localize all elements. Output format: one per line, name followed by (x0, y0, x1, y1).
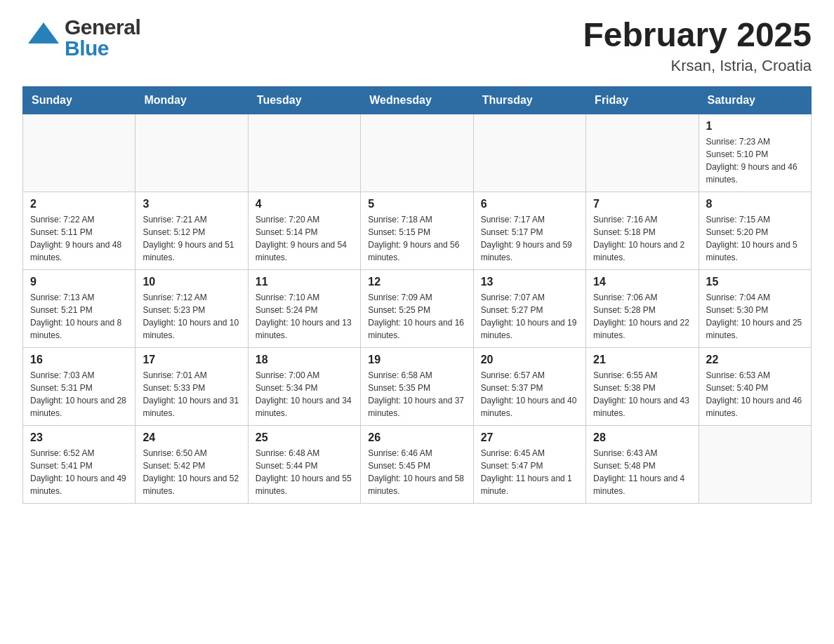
table-row: 13Sunrise: 7:07 AMSunset: 5:27 PMDayligh… (473, 269, 585, 347)
table-row: 28Sunrise: 6:43 AMSunset: 5:48 PMDayligh… (586, 425, 699, 503)
table-row: 27Sunrise: 6:45 AMSunset: 5:47 PMDayligh… (473, 425, 585, 503)
day-info: Sunrise: 7:22 AMSunset: 5:11 PMDaylight:… (30, 213, 128, 264)
calendar-week-row: 1Sunrise: 7:23 AMSunset: 5:10 PMDaylight… (23, 114, 812, 192)
day-number: 12 (368, 276, 465, 288)
day-number: 20 (481, 354, 578, 366)
table-row: 6Sunrise: 7:17 AMSunset: 5:17 PMDaylight… (473, 192, 585, 269)
table-row: 16Sunrise: 7:03 AMSunset: 5:31 PMDayligh… (23, 347, 135, 425)
day-info: Sunrise: 6:55 AMSunset: 5:38 PMDaylight:… (593, 369, 691, 420)
table-row: 14Sunrise: 7:06 AMSunset: 5:28 PMDayligh… (586, 269, 699, 347)
table-row: 7Sunrise: 7:16 AMSunset: 5:18 PMDaylight… (586, 192, 699, 269)
svg-marker-0 (28, 22, 59, 43)
day-info: Sunrise: 7:23 AMSunset: 5:10 PMDaylight:… (706, 135, 804, 186)
table-row: 15Sunrise: 7:04 AMSunset: 5:30 PMDayligh… (699, 269, 811, 347)
table-row (473, 114, 585, 192)
day-info: Sunrise: 6:43 AMSunset: 5:48 PMDaylight:… (593, 447, 691, 497)
day-number: 16 (30, 354, 128, 366)
calendar-title: February 2025 (583, 17, 812, 54)
day-number: 3 (143, 198, 240, 210)
calendar-header-row: Sunday Monday Tuesday Wednesday Thursday… (23, 86, 812, 114)
day-info: Sunrise: 6:46 AMSunset: 5:45 PMDaylight:… (368, 447, 465, 497)
day-info: Sunrise: 7:16 AMSunset: 5:18 PMDaylight:… (593, 213, 691, 264)
table-row: 10Sunrise: 7:12 AMSunset: 5:23 PMDayligh… (135, 269, 248, 347)
day-number: 11 (256, 276, 353, 288)
calendar-week-row: 2Sunrise: 7:22 AMSunset: 5:11 PMDaylight… (23, 192, 812, 269)
logo-icon (22, 17, 65, 59)
day-number: 7 (593, 198, 691, 210)
day-info: Sunrise: 7:01 AMSunset: 5:33 PMDaylight:… (143, 369, 240, 420)
table-row (135, 114, 248, 192)
table-row: 8Sunrise: 7:15 AMSunset: 5:20 PMDaylight… (699, 192, 811, 269)
calendar-week-row: 23Sunrise: 6:52 AMSunset: 5:41 PMDayligh… (23, 425, 812, 503)
col-monday: Monday (135, 86, 248, 114)
day-number: 19 (368, 354, 465, 366)
table-row: 2Sunrise: 7:22 AMSunset: 5:11 PMDaylight… (23, 192, 135, 269)
day-number: 15 (706, 276, 804, 288)
calendar-subtitle: Krsan, Istria, Croatia (583, 57, 812, 75)
day-number: 10 (143, 276, 240, 288)
day-info: Sunrise: 6:52 AMSunset: 5:41 PMDaylight:… (30, 447, 128, 497)
table-row: 20Sunrise: 6:57 AMSunset: 5:37 PMDayligh… (473, 347, 585, 425)
day-number: 8 (706, 198, 804, 210)
day-number: 1 (706, 120, 804, 133)
day-number: 13 (481, 276, 578, 288)
table-row (699, 425, 811, 503)
day-info: Sunrise: 7:09 AMSunset: 5:25 PMDaylight:… (368, 291, 465, 342)
table-row: 12Sunrise: 7:09 AMSunset: 5:25 PMDayligh… (361, 269, 473, 347)
day-info: Sunrise: 7:06 AMSunset: 5:28 PMDaylight:… (593, 291, 691, 342)
table-row: 25Sunrise: 6:48 AMSunset: 5:44 PMDayligh… (248, 425, 360, 503)
day-info: Sunrise: 7:18 AMSunset: 5:15 PMDaylight:… (368, 213, 465, 264)
table-row: 3Sunrise: 7:21 AMSunset: 5:12 PMDaylight… (135, 192, 248, 269)
col-thursday: Thursday (473, 86, 585, 114)
day-number: 22 (706, 354, 804, 366)
table-row: 5Sunrise: 7:18 AMSunset: 5:15 PMDaylight… (361, 192, 473, 269)
day-number: 4 (256, 198, 353, 210)
day-info: Sunrise: 7:12 AMSunset: 5:23 PMDaylight:… (143, 291, 240, 342)
table-row: 19Sunrise: 6:58 AMSunset: 5:35 PMDayligh… (361, 347, 473, 425)
calendar-week-row: 16Sunrise: 7:03 AMSunset: 5:31 PMDayligh… (23, 347, 812, 425)
day-info: Sunrise: 7:04 AMSunset: 5:30 PMDaylight:… (706, 291, 804, 342)
day-number: 2 (30, 198, 128, 210)
day-number: 25 (256, 431, 353, 444)
title-block: February 2025 Krsan, Istria, Croatia (583, 17, 812, 75)
day-number: 27 (481, 431, 578, 444)
day-info: Sunrise: 6:53 AMSunset: 5:40 PMDaylight:… (706, 369, 804, 420)
day-number: 28 (593, 431, 691, 444)
day-number: 18 (256, 354, 353, 366)
table-row (361, 114, 473, 192)
table-row: 21Sunrise: 6:55 AMSunset: 5:38 PMDayligh… (586, 347, 699, 425)
day-info: Sunrise: 7:03 AMSunset: 5:31 PMDaylight:… (30, 369, 128, 420)
day-info: Sunrise: 7:15 AMSunset: 5:20 PMDaylight:… (706, 213, 804, 264)
table-row: 22Sunrise: 6:53 AMSunset: 5:40 PMDayligh… (699, 347, 811, 425)
day-number: 23 (30, 431, 128, 444)
day-info: Sunrise: 6:45 AMSunset: 5:47 PMDaylight:… (481, 447, 578, 497)
day-number: 9 (30, 276, 128, 288)
logo-blue: Blue (65, 38, 140, 59)
col-saturday: Saturday (699, 86, 811, 114)
day-info: Sunrise: 6:57 AMSunset: 5:37 PMDaylight:… (481, 369, 578, 420)
day-info: Sunrise: 6:58 AMSunset: 5:35 PMDaylight:… (368, 369, 465, 420)
day-number: 21 (593, 354, 691, 366)
table-row: 1Sunrise: 7:23 AMSunset: 5:10 PMDaylight… (699, 114, 811, 192)
calendar-table: Sunday Monday Tuesday Wednesday Thursday… (22, 86, 812, 504)
day-number: 26 (368, 431, 465, 444)
calendar-week-row: 9Sunrise: 7:13 AMSunset: 5:21 PMDaylight… (23, 269, 812, 347)
page-header: General Blue February 2025 Krsan, Istria… (22, 17, 812, 75)
day-info: Sunrise: 7:10 AMSunset: 5:24 PMDaylight:… (256, 291, 353, 342)
day-number: 17 (143, 354, 240, 366)
day-number: 5 (368, 198, 465, 210)
day-info: Sunrise: 6:48 AMSunset: 5:44 PMDaylight:… (256, 447, 353, 497)
table-row (23, 114, 135, 192)
day-info: Sunrise: 7:17 AMSunset: 5:17 PMDaylight:… (481, 213, 578, 264)
table-row: 17Sunrise: 7:01 AMSunset: 5:33 PMDayligh… (135, 347, 248, 425)
col-wednesday: Wednesday (361, 86, 473, 114)
table-row: 9Sunrise: 7:13 AMSunset: 5:21 PMDaylight… (23, 269, 135, 347)
day-number: 6 (481, 198, 578, 210)
col-friday: Friday (586, 86, 699, 114)
logo-general: General (65, 17, 140, 38)
table-row (248, 114, 360, 192)
table-row (586, 114, 699, 192)
day-info: Sunrise: 7:07 AMSunset: 5:27 PMDaylight:… (481, 291, 578, 342)
day-info: Sunrise: 7:13 AMSunset: 5:21 PMDaylight:… (30, 291, 128, 342)
table-row: 23Sunrise: 6:52 AMSunset: 5:41 PMDayligh… (23, 425, 135, 503)
